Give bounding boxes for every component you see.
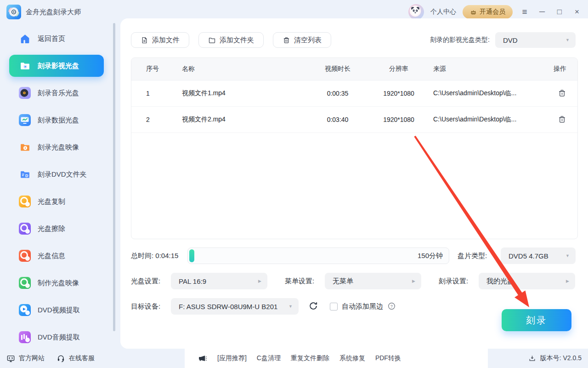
official-website-link[interactable]: 官方网站 <box>6 354 45 363</box>
sidebar-item-label: 返回首页 <box>38 34 65 43</box>
sidebar-item-disc-erase[interactable]: 光盘擦除 <box>9 218 104 240</box>
burn-settings-select[interactable]: 我的光盘 ▶ <box>479 273 575 289</box>
target-device-select[interactable]: F: ASUS SDRW-08U9M-U B201 ▼ <box>171 298 299 315</box>
chevron-right-icon: ▶ <box>566 279 569 283</box>
burn-button[interactable]: 刻录 <box>502 309 571 331</box>
sidebar-item-label: DVD音频提取 <box>38 333 80 342</box>
sidebar-item-disc-copy[interactable]: 光盘复制 <box>9 190 104 213</box>
auto-black-edge-checkbox[interactable] <box>330 303 338 310</box>
cell-resolution: 1920*1080 <box>364 116 433 123</box>
disc-type-label: 刻录的影视光盘类型: <box>430 36 490 44</box>
table-row[interactable]: 2 视频文件2.mp4 0:03:40 1920*1080 C:\Users\a… <box>131 107 577 133</box>
website-icon <box>6 354 15 363</box>
app-window: 金舟光盘刻录大师 个人中心 开通会员 ≡ ─ □ × <box>0 0 588 368</box>
promo-bar: [应用推荐] C盘清理 重复文件删除 系统修复 PDF转换 <box>185 349 488 368</box>
download-icon <box>528 355 536 362</box>
crown-icon <box>470 9 477 16</box>
promo-link-duplicate-file-delete[interactable]: 重复文件删除 <box>291 354 329 362</box>
question-icon: ? <box>387 302 396 310</box>
user-avatar[interactable] <box>408 4 424 20</box>
target-device-label: 目标设备: <box>131 302 171 311</box>
footer: 官方网站 在线客服 [应用推荐] C盘清理 重复文件删除 系统修复 PDF转换 <box>0 349 588 368</box>
make-disc-image-icon <box>19 277 31 289</box>
help-button[interactable]: ? <box>387 302 396 311</box>
disc-settings-label: 光盘设置: <box>131 277 171 286</box>
cell-index: 1 <box>146 90 182 97</box>
chevron-right-icon: ▶ <box>412 279 415 283</box>
svg-text:D: D <box>25 173 28 178</box>
refresh-device-button[interactable] <box>308 301 319 312</box>
header-duration: 视频时长 <box>311 65 364 73</box>
sidebar-scrollbar[interactable] <box>113 23 115 331</box>
online-support-label: 在线客服 <box>69 354 95 362</box>
disc-type-select[interactable]: DVD ▼ <box>495 32 576 48</box>
burn-settings-value: 我的光盘 <box>486 277 514 286</box>
menu-settings-group: 菜单设置: 无菜单 ▶ <box>285 273 421 289</box>
disc-type-value: DVD <box>503 36 518 44</box>
sidebar-item-burn-disc-image[interactable]: 刻录光盘映像 <box>9 136 104 158</box>
disc-erase-icon <box>19 223 31 235</box>
sidebar-item-label: DVD视频提取 <box>38 306 80 315</box>
header-action: 操作 <box>543 65 566 73</box>
header-source: 来源 <box>433 65 543 73</box>
online-support-link[interactable]: 在线客服 <box>57 354 95 363</box>
sidebar-item-dvd-video-extract[interactable]: DVD视频提取 <box>9 299 104 321</box>
add-file-button[interactable]: 添加文件 <box>131 32 189 48</box>
sidebar-item-label: 制作光盘映像 <box>38 279 79 288</box>
sidebar-item-home[interactable]: 返回首页 <box>9 28 104 50</box>
sidebar-item-make-disc-image[interactable]: 制作光盘映像 <box>9 272 104 294</box>
chevron-right-icon: ▶ <box>258 279 261 283</box>
capacity-bar-fill <box>189 249 194 262</box>
version-info: 版本号: V2.0.5 <box>528 349 582 368</box>
music-disc-icon <box>19 87 31 99</box>
burn-settings-label: 刻录设置: <box>439 277 479 286</box>
official-website-label: 官方网站 <box>19 354 45 362</box>
clear-list-button[interactable]: 清空列表 <box>273 32 331 48</box>
app-logo-icon <box>6 5 21 19</box>
file-icon <box>141 36 148 44</box>
sidebar-item-disc-info[interactable]: 光盘信息 <box>9 245 104 267</box>
sidebar-item-dvd-audio-extract[interactable]: DVD音频提取 <box>9 326 104 348</box>
file-table: 序号 名称 视频时长 分辨率 来源 操作 1 视频文件1.mp4 0:00:35… <box>131 58 578 239</box>
capacity-text: 150分钟 <box>418 248 443 264</box>
table-row[interactable]: 1 视频文件1.mp4 0:00:35 1920*1080 C:\Users\a… <box>131 80 577 107</box>
header-index: 序号 <box>146 65 182 73</box>
total-time-label: 总时间: 0:04:15 <box>131 252 187 260</box>
disc-settings-select[interactable]: PAL 16:9 ▶ <box>171 273 267 289</box>
sidebar-item-burn-video-disc[interactable]: 刻录影视光盘 <box>9 55 104 77</box>
target-device-value: F: ASUS SDRW-08U9M-U B201 <box>179 303 277 310</box>
table-header-row: 序号 名称 视频时长 分辨率 来源 操作 <box>131 58 577 80</box>
promo-tag: [应用推荐] <box>217 354 247 362</box>
delete-row-button[interactable] <box>557 115 566 124</box>
sidebar-item-label: 刻录光盘映像 <box>38 143 79 152</box>
disc-capacity-select[interactable]: DVD5 4.7GB ▼ <box>501 247 576 264</box>
cell-source: C:\Users\admin\Desktop\临... <box>433 89 543 98</box>
promo-link-c-drive-clean[interactable]: C盘清理 <box>257 354 281 362</box>
menu-settings-select[interactable]: 无菜单 ▶ <box>325 273 421 289</box>
disc-settings-value: PAL 16:9 <box>179 277 206 285</box>
add-folder-label: 添加文件夹 <box>220 36 254 45</box>
add-folder-button[interactable]: 添加文件夹 <box>198 32 264 48</box>
data-disc-icon <box>19 114 31 126</box>
headset-icon <box>57 354 65 363</box>
sidebar-item-label: 刻录DVD文件夹 <box>38 170 87 179</box>
delete-row-button[interactable] <box>557 89 566 98</box>
refresh-icon <box>308 301 318 311</box>
sidebar-item-burn-dvd-folder[interactable]: D 刻录DVD文件夹 <box>9 163 104 185</box>
cell-duration: 0:00:35 <box>311 90 364 97</box>
disc-settings-group: 光盘设置: PAL 16:9 ▶ <box>131 273 267 289</box>
vip-membership-button[interactable]: 开通会员 <box>463 5 513 19</box>
user-center-link[interactable]: 个人中心 <box>430 8 456 16</box>
folder-icon <box>208 36 216 44</box>
promo-link-system-repair[interactable]: 系统修复 <box>339 354 365 362</box>
main-panel: 添加文件 添加文件夹 清空列表 刻录的影视光盘类型: DVD ▼ <box>120 18 588 349</box>
sidebar-item-label: 刻录音乐光盘 <box>38 89 79 98</box>
dvd-folder-icon: D <box>19 168 31 180</box>
sidebar-item-label: 刻录影视光盘 <box>38 62 79 70</box>
sidebar-item-burn-data-disc[interactable]: 刻录数据光盘 <box>9 109 104 131</box>
auto-black-edge-label: 自动添加黑边 <box>342 302 383 311</box>
sidebar-item-burn-music-disc[interactable]: 刻录音乐光盘 <box>9 82 104 104</box>
header-resolution: 分辨率 <box>364 65 433 73</box>
promo-link-pdf-convert[interactable]: PDF转换 <box>375 354 401 362</box>
cell-name: 视频文件1.mp4 <box>182 89 311 98</box>
